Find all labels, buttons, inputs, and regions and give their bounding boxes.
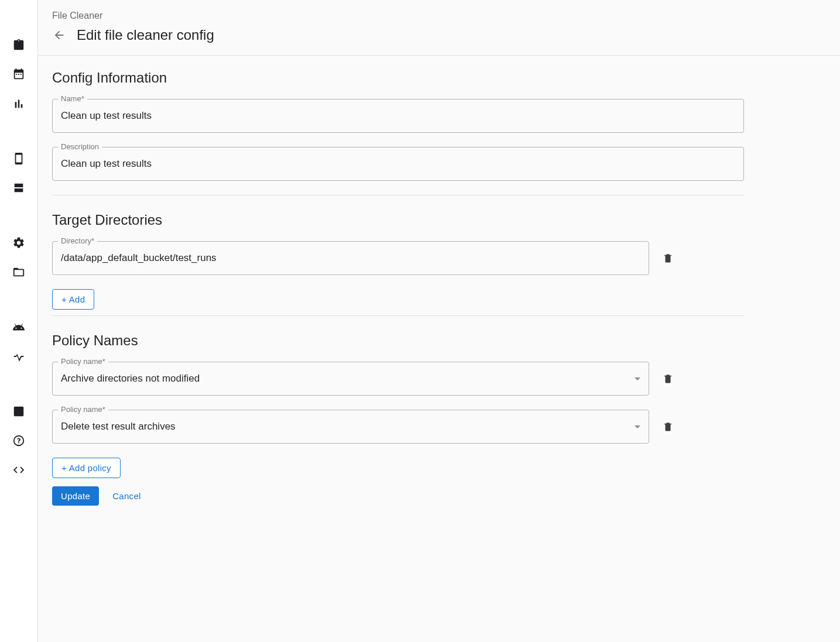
back-button[interactable] bbox=[52, 28, 66, 42]
add-policy-button[interactable]: + Add policy bbox=[52, 458, 121, 478]
clipboard-icon[interactable] bbox=[12, 38, 26, 52]
description-field-wrapper: Description bbox=[52, 147, 744, 181]
page-header: File Cleaner Edit file cleaner config bbox=[38, 0, 840, 56]
policy-value: Delete test result archives bbox=[61, 421, 176, 432]
calendar-icon[interactable] bbox=[12, 67, 26, 81]
policies-title: Policy Names bbox=[52, 332, 744, 349]
note-icon[interactable] bbox=[12, 404, 26, 418]
delete-policy-button[interactable] bbox=[661, 372, 675, 386]
name-field-wrapper: Name* bbox=[52, 99, 744, 133]
name-label: Name* bbox=[58, 94, 87, 103]
chevron-down-icon bbox=[635, 377, 640, 380]
gear-icon[interactable] bbox=[12, 236, 26, 250]
cancel-button[interactable]: Cancel bbox=[104, 486, 150, 506]
code-icon[interactable] bbox=[12, 463, 26, 477]
target-dirs-title: Target Directories bbox=[52, 212, 744, 228]
delete-directory-button[interactable] bbox=[661, 251, 675, 265]
name-input[interactable] bbox=[52, 99, 744, 133]
directory-label: Directory* bbox=[58, 236, 97, 245]
config-info-title: Config Information bbox=[52, 70, 744, 86]
android-icon[interactable] bbox=[12, 320, 26, 334]
server-icon[interactable] bbox=[12, 181, 26, 195]
form-actions: Update Cancel bbox=[52, 486, 744, 506]
description-input[interactable] bbox=[52, 147, 744, 181]
add-directory-button[interactable]: + Add bbox=[52, 289, 94, 310]
policy-value: Archive directories not modified bbox=[61, 373, 200, 384]
folder-icon[interactable] bbox=[12, 265, 26, 279]
directory-input[interactable] bbox=[52, 241, 649, 275]
divider bbox=[52, 195, 744, 195]
policy-select[interactable]: Delete test result archives bbox=[52, 410, 649, 444]
breadcrumb[interactable]: File Cleaner bbox=[52, 11, 826, 21]
directory-row: Directory* bbox=[52, 241, 744, 275]
help-icon[interactable] bbox=[12, 434, 26, 448]
divider bbox=[52, 315, 744, 316]
description-label: Description bbox=[58, 142, 102, 151]
policy-row: Policy name* Archive directories not mod… bbox=[52, 362, 744, 396]
policy-row: Policy name* Delete test result archives bbox=[52, 410, 744, 444]
update-button[interactable]: Update bbox=[52, 486, 99, 506]
sidebar bbox=[0, 0, 38, 642]
policy-label: Policy name* bbox=[58, 405, 108, 414]
bar-chart-icon[interactable] bbox=[12, 97, 26, 111]
smartphone-icon[interactable] bbox=[12, 152, 26, 166]
policy-select[interactable]: Archive directories not modified bbox=[52, 362, 649, 396]
heartbeat-icon[interactable] bbox=[12, 349, 26, 363]
main-content: File Cleaner Edit file cleaner config Co… bbox=[38, 0, 840, 642]
chevron-down-icon bbox=[635, 425, 640, 428]
policy-label: Policy name* bbox=[58, 357, 108, 366]
page-title: Edit file cleaner config bbox=[77, 27, 214, 43]
delete-policy-button[interactable] bbox=[661, 420, 675, 434]
